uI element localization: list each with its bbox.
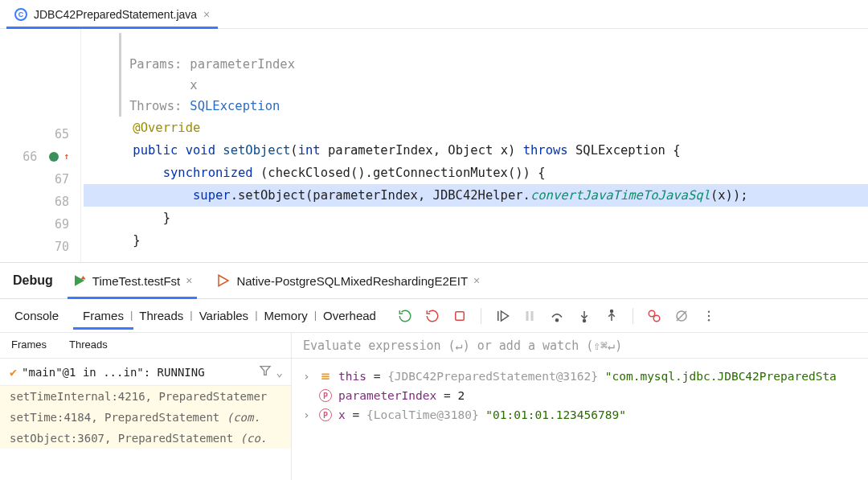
test-pass-icon xyxy=(72,273,87,288)
separator xyxy=(633,308,633,324)
svg-marker-2 xyxy=(219,275,228,286)
line-number[interactable]: 67 xyxy=(0,168,80,191)
stack-frame[interactable]: setTimeInternal:4216, PreparedStatemer xyxy=(0,386,291,407)
variable-value: x = {LocalTime@3180} "01:01:01.123456789… xyxy=(338,408,626,421)
svg-rect-3 xyxy=(456,311,465,320)
variable-row[interactable]: ›this = {JDBC42PreparedStatement@3162} "… xyxy=(303,367,863,386)
debug-title: Debug xyxy=(13,273,53,288)
expand-arrow-icon[interactable]: › xyxy=(303,370,313,383)
code-editor[interactable]: 6566 ↑67686970 . Params: parameterIndex … xyxy=(0,29,868,262)
stack-frame[interactable]: setTime:4184, PreparedStatement (com. xyxy=(0,407,291,428)
close-icon[interactable]: × xyxy=(186,274,192,287)
svg-point-17 xyxy=(708,310,710,312)
close-icon[interactable]: × xyxy=(473,274,480,287)
svg-point-12 xyxy=(610,310,612,312)
thread-label: "main"@1 in ...in": RUNNING xyxy=(22,366,254,379)
variable-row[interactable]: ›Px = {LocalTime@3180} "01:01:01.1234567… xyxy=(303,405,863,425)
code-line[interactable]: @Override xyxy=(84,117,868,139)
debug-view-tab-variables[interactable]: Variables xyxy=(198,309,250,322)
mute-breakpoints-icon[interactable] xyxy=(674,308,690,324)
file-tab[interactable]: C JDBC42PreparedStatement.java × xyxy=(6,0,218,28)
variable-value: parameterIndex = 2 xyxy=(338,389,465,402)
debug-view-tab-threads[interactable]: Threads xyxy=(137,309,185,322)
rerun-icon[interactable] xyxy=(397,308,413,324)
line-number[interactable]: 66 ↑ xyxy=(0,146,80,168)
javadoc-popup: . Params: parameterIndex Params: x Throw… xyxy=(119,33,868,117)
separator: | xyxy=(125,309,137,322)
close-icon[interactable]: × xyxy=(203,8,210,21)
debug-view-tab-memory[interactable]: Memory xyxy=(263,309,309,322)
variable-value: this = {JDBC42PreparedStatement@3162} "c… xyxy=(338,370,837,383)
code-line[interactable]: super.setObject(parameterIndex, JDBC42He… xyxy=(84,184,868,207)
step-out-icon[interactable] xyxy=(604,308,620,324)
pause-icon[interactable] xyxy=(522,308,538,324)
separator xyxy=(481,308,481,324)
params-label: Params: xyxy=(129,54,182,75)
run-config-tab[interactable]: Native-PostgreSQLMixedReshardingE2EIT × xyxy=(211,263,485,298)
line-number[interactable]: 69 xyxy=(0,213,80,236)
primitive-icon: P xyxy=(319,408,332,421)
svg-point-19 xyxy=(708,319,710,321)
primitive-icon: P xyxy=(319,389,332,402)
test-icon xyxy=(216,273,231,288)
debug-view-tab-console[interactable]: Console xyxy=(13,309,60,322)
frames-threads-tabs: Frames Threads xyxy=(0,333,291,359)
chevron-down-icon[interactable]: ⌄ xyxy=(276,366,283,379)
svg-point-10 xyxy=(583,319,585,322)
separator: | xyxy=(250,309,262,322)
code-line[interactable]: } xyxy=(84,207,868,229)
tab-frames[interactable]: Frames xyxy=(0,333,58,358)
frames-column: Frames Threads ✔ "main"@1 in ...in": RUN… xyxy=(0,333,292,480)
variables-list: ›this = {JDBC42PreparedStatement@3162} "… xyxy=(292,359,868,425)
code-area[interactable]: . Params: parameterIndex Params: x Throw… xyxy=(80,29,868,262)
more-icon[interactable] xyxy=(701,308,717,324)
debug-panel-header: Debug TimeTest.testFst × Native-PostgreS… xyxy=(0,262,868,299)
svg-rect-6 xyxy=(526,311,528,321)
variable-row[interactable]: PparameterIndex = 2 xyxy=(303,386,863,405)
breakpoint-icon[interactable] xyxy=(49,152,59,162)
throws-value[interactable]: SQLException xyxy=(190,96,280,117)
step-into-icon[interactable] xyxy=(576,308,592,324)
stop-icon[interactable] xyxy=(452,308,468,324)
file-tab-name: JDBC42PreparedStatement.java xyxy=(34,8,197,21)
evaluate-expression-input[interactable]: Evaluate expression (↵) or add a watch (… xyxy=(292,333,868,359)
variables-column: Evaluate expression (↵) or add a watch (… xyxy=(292,333,868,480)
svg-rect-23 xyxy=(321,378,329,379)
run-config-tab[interactable]: TimeTest.testFst × xyxy=(68,263,198,298)
throws-label: Throws: xyxy=(129,96,182,117)
line-number[interactable]: 70 xyxy=(0,236,80,258)
editor-file-tabs: C JDBC42PreparedStatement.java × xyxy=(0,0,868,29)
svg-marker-1 xyxy=(80,276,85,280)
svg-point-8 xyxy=(555,318,558,321)
step-over-icon[interactable] xyxy=(549,308,565,324)
stop-rerun-icon[interactable] xyxy=(424,308,440,324)
svg-point-18 xyxy=(708,314,710,316)
up-arrow-icon: ↑ xyxy=(63,146,69,168)
svg-point-14 xyxy=(653,315,660,322)
debug-toolbar: ConsoleFrames|Threads|Variables|Memory|O… xyxy=(0,299,868,333)
svg-rect-7 xyxy=(530,311,533,321)
separator: | xyxy=(309,309,321,322)
view-breakpoints-icon[interactable] xyxy=(646,308,662,324)
debug-body: Frames Threads ✔ "main"@1 in ...in": RUN… xyxy=(0,333,868,480)
code-line[interactable]: public void setObject(int parameterIndex… xyxy=(84,139,868,162)
resume-icon[interactable] xyxy=(494,308,510,324)
tab-threads[interactable]: Threads xyxy=(58,333,119,358)
code-line[interactable]: synchronized (checkClosed().getConnectio… xyxy=(84,162,868,184)
stack-frames-list: setTimeInternal:4216, PreparedStatemerse… xyxy=(0,386,291,449)
param-value: x xyxy=(190,75,197,96)
svg-rect-22 xyxy=(321,375,329,377)
expand-arrow-icon[interactable]: › xyxy=(303,408,313,421)
run-config-name: Native-PostgreSQLMixedReshardingE2EIT xyxy=(236,274,468,288)
stack-frame[interactable]: setObject:3607, PreparedStatement (co. xyxy=(0,428,291,449)
line-number[interactable]: 68 xyxy=(0,191,80,213)
class-icon: C xyxy=(14,8,27,21)
line-number[interactable]: 65 xyxy=(0,123,80,146)
thread-selector[interactable]: ✔ "main"@1 in ...in": RUNNING ⌄ xyxy=(0,359,291,386)
debug-view-tab-frames[interactable]: Frames xyxy=(81,309,125,322)
filter-icon[interactable] xyxy=(259,364,272,379)
line-gutter: 6566 ↑67686970 xyxy=(0,29,80,262)
code-line[interactable]: } xyxy=(84,229,868,252)
separator: | xyxy=(185,309,197,322)
debug-view-tab-overhead[interactable]: Overhead xyxy=(321,309,378,322)
